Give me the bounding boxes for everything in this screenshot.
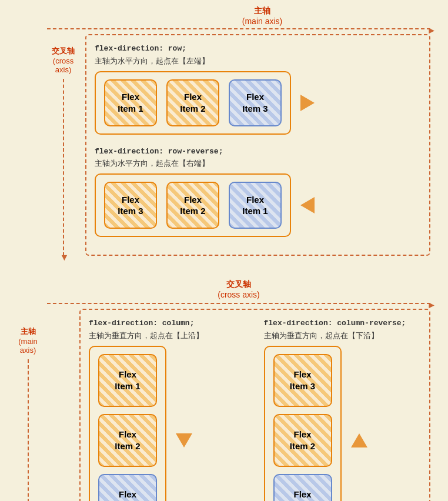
row-reverse-direction-block: flex-direction: row-reverse; 主轴为水平方向，起点在… (95, 145, 421, 238)
row-arrow-right (300, 95, 315, 111)
column-direction-label: flex-direction: column; 主轴为垂直方向，起点在【上沿】 (89, 317, 246, 342)
col-rev-item-3: FlexItem 1 (273, 474, 332, 501)
main-axis-left-wrapper: 主轴 (main axis) ▼ (12, 309, 44, 501)
main-axis-bottom-dashed-line: ▼ (28, 359, 29, 501)
column-reverse-code: flex-direction: column-reverse; (264, 319, 406, 328)
row-direction-block: flex-direction: row; 主轴为水平方向，起点在【左端】 Fle… (95, 42, 421, 135)
bottom-columns-row: flex-direction: column; 主轴为垂直方向，起点在【上沿】 … (89, 317, 421, 501)
row-reverse-flex-container: FlexItem 3 FlexItem 2 FlexItem 1 (95, 173, 291, 237)
col-rev-item-1: FlexItem 3 (273, 354, 332, 407)
top-dashed-container: flex-direction: row; 主轴为水平方向，起点在【左端】 Fle… (85, 34, 430, 256)
column-reverse-arrow-up (351, 433, 367, 447)
col-item-1: FlexItem 1 (98, 354, 157, 407)
col-rev-item-2: FlexItem 2 (273, 414, 332, 467)
cross-axis-arrow-head: ▼ (60, 252, 69, 263)
col-item-2: FlexItem 2 (98, 414, 157, 467)
top-section: 主轴 (main axis) ► 交叉轴 (cross axis) ▼ (0, 0, 448, 268)
column-reverse-items-col: FlexItem 3 FlexItem 2 FlexItem 1 (264, 346, 422, 501)
row-reverse-arrow-left (300, 197, 315, 213)
main-axis-label-cn: 主轴 (254, 6, 270, 15)
row-code: flex-direction: row; (95, 44, 186, 53)
main-axis-bottom-en: (main axis) (18, 337, 38, 355)
row-items-row: FlexItem 1 FlexItem 2 FlexItem 3 (95, 71, 421, 135)
cross-axis-bottom-arrow-row: ► (47, 303, 430, 304)
row-item-1: FlexItem 1 (104, 79, 157, 126)
column-flex-container: FlexItem 1 FlexItem 2 FlexItem 3 (89, 346, 166, 501)
bottom-content-row: 主轴 (main axis) ▼ flex-direction: column;… (12, 309, 430, 501)
column-reverse-flex-container: FlexItem 3 FlexItem 2 FlexItem 1 (264, 346, 342, 501)
row-reverse-item-2: FlexItem 2 (166, 182, 219, 229)
row-flex-container: FlexItem 1 FlexItem 2 FlexItem 3 (95, 71, 291, 135)
column-reverse-direction-label: flex-direction: column-reverse; 主轴为垂直方向，… (264, 317, 422, 342)
row-reverse-direction-label: flex-direction: row-reverse; 主轴为水平方向，起点在… (95, 145, 421, 171)
column-desc: 主轴为垂直方向，起点在【上沿】 (89, 331, 203, 340)
row-direction-label: flex-direction: row; 主轴为水平方向，起点在【左端】 (95, 42, 421, 68)
row-item-3: FlexItem 3 (229, 79, 282, 126)
cross-axis-bottom-dashed-line: ► (47, 303, 430, 304)
cross-axis-left-wrapper: 交叉轴 (cross axis) ▼ (47, 34, 79, 256)
main-axis-arrow-row: ► (47, 28, 430, 29)
col-item-3: FlexItem 3 (98, 474, 157, 501)
column-items-col: FlexItem 1 FlexItem 2 FlexItem 3 (89, 346, 246, 501)
column-reverse-section: flex-direction: column-reverse; 主轴为垂直方向，… (264, 317, 422, 501)
main-axis-top-label: 主轴 (main axis) (94, 6, 430, 26)
bottom-dashed-container: flex-direction: column; 主轴为垂直方向，起点在【上沿】 … (79, 309, 430, 501)
column-section: flex-direction: column; 主轴为垂直方向，起点在【上沿】 … (89, 317, 246, 501)
main-axis-label-en: (main axis) (242, 16, 282, 26)
cross-axis-bottom-en: (cross axis) (218, 290, 260, 299)
top-content-row: 交叉轴 (cross axis) ▼ flex-direction: row; … (47, 34, 430, 256)
cross-axis-cn: 交叉轴 (52, 46, 75, 55)
main-axis-bottom-cn: 主轴 (21, 327, 36, 336)
row-reverse-code: flex-direction: row-reverse; (95, 147, 223, 156)
row-item-2: FlexItem 2 (166, 79, 219, 126)
bottom-section: 交叉轴 (cross axis) ► 主轴 (main axis) ▼ (0, 273, 448, 501)
row-reverse-item-1: FlexItem 3 (104, 182, 157, 229)
column-arrow-down (176, 433, 192, 447)
cross-axis-en: (cross axis) (53, 56, 73, 74)
main-axis-dashed-line: ► (47, 28, 430, 29)
row-desc: 主轴为水平方向，起点在【左端】 (95, 56, 209, 65)
row-reverse-item-3: FlexItem 1 (229, 182, 282, 229)
cross-axis-bottom-cn: 交叉轴 (226, 279, 251, 289)
column-code: flex-direction: column; (89, 319, 194, 328)
row-reverse-items-row: FlexItem 3 FlexItem 2 FlexItem 1 (95, 173, 421, 237)
column-reverse-desc: 主轴为垂直方向，起点在【下沿】 (264, 331, 379, 340)
main-axis-left-label: 主轴 (main axis) (12, 326, 44, 355)
cross-axis-left-label: 交叉轴 (cross axis) (47, 46, 79, 74)
cross-axis-bottom-label: 交叉轴 (cross axis) (47, 279, 430, 299)
cross-axis-dashed-line: ▼ (63, 79, 64, 256)
row-reverse-desc: 主轴为水平方向，起点在【右端】 (95, 159, 209, 168)
